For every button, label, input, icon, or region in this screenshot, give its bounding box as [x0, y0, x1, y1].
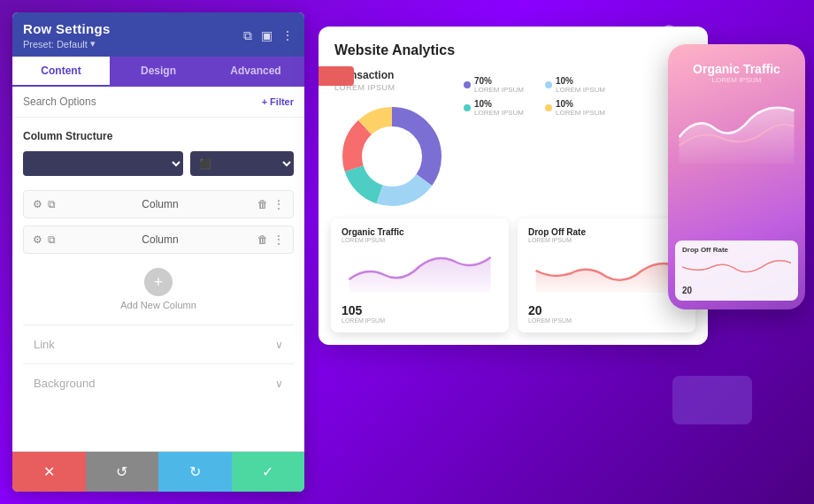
drop-off-value-sub: LOREM IPSUM: [528, 317, 685, 324]
legend-item-2: 10% LOREM IPSUM: [545, 76, 616, 94]
red-tab-accent: [319, 66, 354, 86]
legend-row-1: 70% LOREM IPSUM 10% LOREM IPSUM: [464, 76, 616, 94]
organic-traffic-title: Organic Traffic: [342, 227, 498, 237]
donut-chart: [334, 99, 449, 214]
column-2-actions: 🗑 ⋮: [257, 233, 284, 246]
accordion-background[interactable]: Background ∨: [23, 363, 294, 402]
redo-button[interactable]: ↻: [158, 452, 232, 492]
column-2-settings-icon[interactable]: ⚙: [33, 233, 42, 246]
column-2-delete-icon[interactable]: 🗑: [257, 233, 268, 246]
column-1-icons: ⚙ ⧉: [33, 198, 56, 210]
add-column-circle-icon: +: [144, 268, 173, 296]
phone-wave-svg: [679, 93, 795, 164]
column-select-2[interactable]: ⬛: [190, 151, 294, 176]
panel-tabs: Content Design Advanced: [12, 57, 304, 87]
legend-dot-4: [545, 104, 552, 111]
column-2-label: Column: [63, 233, 257, 246]
drop-off-value: 20: [528, 303, 685, 317]
column-row-1: ⚙ ⧉ Column 🗑 ⋮: [23, 190, 294, 218]
search-bar: + Filter: [12, 87, 304, 118]
legend-lbl-4: LOREM IPSUM: [556, 109, 605, 117]
column-2-copy-icon[interactable]: ⧉: [48, 233, 56, 246]
more-options-icon[interactable]: ⋮: [281, 28, 294, 42]
phone-sub: LOREM IPSUM: [679, 76, 795, 84]
panel-body: Column Structure ⬛ ⚙ ⧉ Column 🗑 ⋮ ⚙: [12, 118, 304, 451]
drop-off-title: Drop Off Rate: [528, 227, 685, 237]
svg-point-5: [367, 132, 417, 181]
legend-pct-1: 70%: [474, 76, 524, 86]
legend-dot-3: [464, 104, 471, 111]
column-1-label: Column: [63, 198, 257, 210]
analytics-card: Website Analytics Transaction LOREM IPSU…: [319, 27, 708, 345]
column-1-copy-icon[interactable]: ⧉: [48, 198, 56, 210]
organic-traffic-wave: [342, 248, 498, 293]
transaction-info: Transaction LOREM IPSUM: [334, 69, 449, 221]
phone-bottom-card: Drop Off Rate 20: [675, 241, 798, 301]
phone-card-wave: [682, 254, 791, 280]
accordion-link[interactable]: Link ∨: [23, 325, 294, 363]
search-input[interactable]: [23, 95, 262, 108]
column-row-2: ⚙ ⧉ Column 🗑 ⋮: [23, 225, 294, 254]
reset-button[interactable]: ↺: [86, 452, 159, 492]
drop-off-sub: LOREM IPSUM: [528, 237, 685, 243]
tab-content[interactable]: Content: [12, 57, 110, 87]
phone-wave-area: [679, 93, 795, 164]
tab-design[interactable]: Design: [110, 57, 207, 87]
organic-traffic-value-sub: LOREM IPSUM: [342, 317, 498, 324]
panel-footer: ✕ ↺ ↻ ✓: [12, 451, 304, 492]
filter-button[interactable]: + Filter: [262, 96, 294, 107]
legend-dot-2: [545, 81, 552, 88]
column-2-icons: ⚙ ⧉: [33, 233, 56, 246]
organic-traffic-sub: LOREM IPSUM: [342, 237, 498, 243]
transaction-section: Transaction LOREM IPSUM: [334, 69, 692, 221]
legend-pct-3: 10%: [474, 99, 524, 109]
analytics-area: Website Analytics Transaction LOREM IPSU…: [319, 27, 805, 477]
legend-row-2: 10% LOREM IPSUM 10% LOREM IPSUM: [464, 99, 616, 117]
legend-item-1: 70% LOREM IPSUM: [464, 76, 534, 94]
layout-icon[interactable]: ▣: [261, 28, 273, 42]
phone-card-value: 20: [682, 286, 791, 295]
organic-traffic-value: 105: [342, 303, 498, 317]
organic-traffic-card: Organic Traffic LOREM IPSUM 105 LORE: [331, 218, 509, 332]
panel-header-title-area: Row Settings Preset: Default ▾: [23, 21, 111, 50]
column-1-settings-icon[interactable]: ⚙: [33, 198, 42, 210]
column-2-more-icon[interactable]: ⋮: [273, 233, 284, 246]
column-select-1[interactable]: [23, 151, 183, 176]
legend-pct-2: 10%: [556, 76, 605, 86]
add-column-button[interactable]: + Add New Column: [23, 268, 294, 310]
panel-preset[interactable]: Preset: Default ▾: [23, 38, 111, 50]
accordion-background-chevron: ∨: [275, 378, 283, 390]
add-column-text: Add New Column: [120, 300, 196, 310]
legend-dot-1: [464, 81, 471, 88]
phone-title: Organic Traffic: [679, 62, 795, 76]
accordion-link-chevron: ∨: [275, 339, 283, 351]
row-settings-panel: Row Settings Preset: Default ▾ ⧉ ▣ ⋮ Con…: [12, 12, 304, 492]
column-1-delete-icon[interactable]: 🗑: [257, 198, 268, 210]
column-1-actions: 🗑 ⋮: [257, 198, 284, 210]
legend-item-4: 10% LOREM IPSUM: [545, 99, 616, 117]
phone-mockup: Organic Traffic LOREM IPSUM Drop Off Rat…: [668, 44, 805, 309]
panel-title: Row Settings: [23, 21, 111, 36]
analytics-title: Website Analytics: [334, 42, 692, 58]
tab-advanced[interactable]: Advanced: [207, 57, 304, 87]
legend-pct-4: 10%: [556, 99, 605, 109]
legend-lbl-3: LOREM IPSUM: [474, 109, 524, 117]
save-button[interactable]: ✓: [232, 452, 305, 492]
legend-lbl-2: LOREM IPSUM: [556, 86, 605, 94]
donut-legend: 70% LOREM IPSUM 10% LOREM IPSUM: [464, 76, 616, 221]
purple-decoration: [672, 376, 752, 424]
accordion-background-label: Background: [34, 377, 95, 390]
settings-icon[interactable]: ⧉: [243, 28, 252, 43]
cancel-button[interactable]: ✕: [12, 452, 86, 492]
legend-lbl-1: LOREM IPSUM: [474, 86, 524, 94]
drop-off-wave: [528, 248, 685, 293]
panel-header-icons: ⧉ ▣ ⋮: [243, 28, 294, 43]
analytics-bottom-cards: Organic Traffic LOREM IPSUM 105 LORE: [331, 218, 695, 332]
accordion-link-label: Link: [34, 338, 55, 351]
panel-header: Row Settings Preset: Default ▾ ⧉ ▣ ⋮: [12, 12, 304, 57]
column-structure-selects: ⬛: [23, 151, 294, 176]
legend-item-3: 10% LOREM IPSUM: [464, 99, 534, 117]
column-1-more-icon[interactable]: ⋮: [273, 198, 284, 210]
column-structure-label: Column Structure: [23, 130, 294, 142]
donut-svg: [334, 99, 449, 214]
